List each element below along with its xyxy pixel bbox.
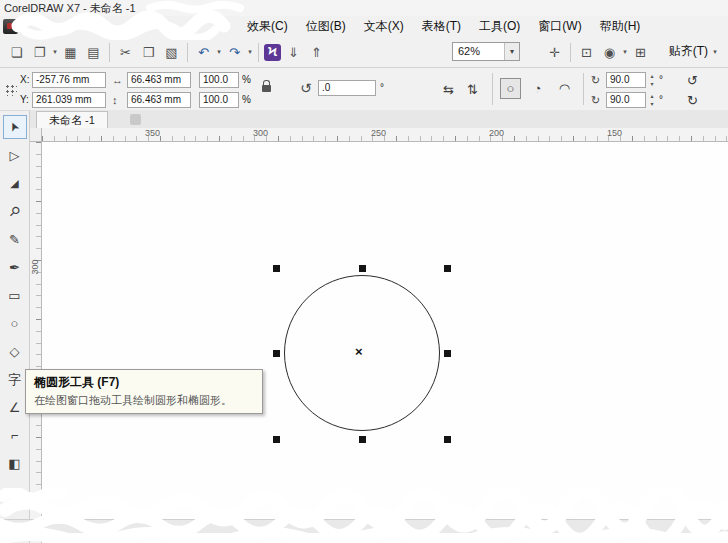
page-border-view-icon[interactable]: ⊡ (576, 42, 597, 63)
zoom-level-value: 62% (453, 43, 504, 60)
export-icon[interactable]: ⇑ (306, 42, 327, 63)
arc-end-angle-field[interactable]: 90.0 (606, 92, 646, 108)
separator (583, 73, 584, 105)
import-icon[interactable]: ⇓ (283, 42, 304, 63)
new-document-icon[interactable]: ❏ (6, 42, 27, 63)
object-width-field[interactable]: 66.463 mm (127, 72, 191, 88)
menu-table[interactable]: 表格(T) (413, 18, 470, 35)
menu-help[interactable]: 帮助(H) (591, 18, 650, 35)
crop-tool-icon: ◢ (10, 178, 18, 189)
separator (492, 73, 493, 105)
crop-tool[interactable]: ◢ (3, 171, 27, 195)
object-height-icon: ↕ (112, 94, 118, 106)
tooltip: 椭圆形工具 (F7) 在绘图窗口拖动工具绘制圆形和椭圆形。 (25, 369, 263, 414)
selection-handle[interactable] (359, 436, 366, 443)
snap-to-label: 贴齐(T) (669, 43, 708, 60)
toolbar-separator (187, 43, 188, 62)
undo-icon[interactable]: ↶ (193, 42, 214, 63)
save-icon[interactable]: ▦ (60, 42, 81, 63)
ruler-label: 150 (607, 128, 622, 138)
cut-icon[interactable]: ✂ (115, 42, 136, 63)
mirror-horizontal-button[interactable]: ⇆ (438, 79, 459, 100)
spinner[interactable]: ▴▾ (647, 92, 657, 108)
y-position-field[interactable]: 261.039 mm (32, 92, 106, 108)
ellipse-tool[interactable]: ○ (3, 311, 27, 335)
snap-to-button[interactable]: 贴齐(T) ▾ (663, 42, 725, 61)
ruler-ticks (36, 142, 41, 543)
redo-icon[interactable]: ↷ (224, 42, 245, 63)
mirror-vertical-button[interactable]: ⇅ (462, 79, 483, 100)
pie-mode-button[interactable]: ◔ (527, 78, 548, 99)
spinner[interactable]: ▴▾ (647, 72, 657, 88)
menu-bar: 效果(C)位图(B)文本(X)表格(T)工具(O)窗口(W)帮助(H) (0, 16, 728, 38)
lock-ratio-icon[interactable] (262, 85, 271, 92)
freehand-tool-icon: ✎ (9, 233, 20, 246)
zoom-level-combo[interactable]: 62% ▾ (452, 42, 520, 61)
document-tab-label: 未命名 -1 (49, 113, 95, 128)
interactive-fill-tool[interactable]: ◧ (3, 451, 27, 475)
nudge-grid-icon[interactable] (4, 83, 17, 96)
rotation-angle-field[interactable]: .0 (318, 80, 376, 96)
connector-tool-icon: ⌐ (11, 429, 19, 442)
chevron-down-icon[interactable]: ▾ (504, 43, 519, 60)
tooltip-description: 在绘图窗口拖动工具绘制圆形和椭圆形。 (34, 393, 254, 408)
undo-dropdown-icon[interactable]: ▾ (215, 48, 223, 56)
zoom-to-page-icon[interactable]: ✛ (544, 42, 565, 63)
toolbar-separator (258, 43, 259, 62)
arc-mode-button[interactable]: ◠ (554, 78, 575, 99)
shape-tool[interactable]: ▷ (3, 143, 27, 167)
connector-tool[interactable]: ⌐ (3, 423, 27, 447)
print-icon[interactable]: ▤ (83, 42, 104, 63)
object-height-field[interactable]: 66.463 mm (127, 92, 191, 108)
selection-handle[interactable] (444, 436, 451, 443)
scale-y-field[interactable]: 100.0 (199, 92, 239, 108)
ellipse-mode-button[interactable]: ○ (500, 78, 521, 99)
selection-handle[interactable] (273, 265, 280, 272)
menu-text[interactable]: 文本(X) (355, 18, 413, 35)
app-icon[interactable] (3, 19, 18, 34)
selection-handle[interactable] (359, 265, 366, 272)
dimension-tool[interactable]: ∠ (3, 395, 27, 419)
corel-connect-icon[interactable]: Ϟ (264, 44, 281, 61)
zoom-tool[interactable]: ⚲ (3, 199, 27, 223)
x-position-field[interactable]: -257.76 mm (32, 72, 106, 88)
ellipse-tool-icon: ○ (11, 317, 19, 330)
shape-tool-icon: ▷ (10, 149, 20, 162)
full-screen-preview-icon[interactable]: ⊞ (630, 42, 651, 63)
ruler-origin[interactable] (30, 128, 42, 142)
horizontal-ruler[interactable]: 350300250200150 (42, 128, 728, 142)
selection-handle[interactable] (273, 350, 280, 357)
selection-handle[interactable] (444, 350, 451, 357)
ruler-label: 300 (30, 257, 40, 277)
selection-handle[interactable] (444, 265, 451, 272)
arc-start-angle-field[interactable]: 90.0 (606, 72, 646, 88)
zoom-tool-icon: ⚲ (7, 203, 23, 219)
scale-x-field[interactable]: 100.0 (199, 72, 239, 88)
menu-effects[interactable]: 效果(C) (238, 18, 297, 35)
selection-handle[interactable] (273, 436, 280, 443)
artistic-media-tool[interactable]: ✒ (3, 255, 27, 279)
document-tab[interactable]: 未命名 -1 (36, 111, 108, 128)
rectangle-tool[interactable]: ▭ (3, 283, 27, 307)
paste-icon[interactable]: ▧ (161, 42, 182, 63)
object-width-icon: ↔ (112, 74, 123, 86)
preview-mode-icon[interactable]: ◉ (599, 42, 620, 63)
polygon-tool[interactable]: ◇ (3, 339, 27, 363)
degree-sign: ° (380, 82, 384, 93)
open-dropdown-icon[interactable]: ▾ (51, 48, 59, 56)
text-tool[interactable]: 字 (3, 367, 27, 391)
redo-dropdown-icon[interactable]: ▾ (246, 48, 254, 56)
pick-tool[interactable]: ➤ (3, 115, 27, 139)
menu-window[interactable]: 窗口(W) (529, 18, 590, 35)
copy-icon[interactable]: ❒ (138, 42, 159, 63)
open-icon[interactable]: ❐ (29, 42, 50, 63)
preview-dropdown-icon[interactable]: ▾ (621, 48, 629, 56)
canvas[interactable]: × (42, 142, 728, 543)
menu-tools[interactable]: 工具(O) (470, 18, 529, 35)
change-direction-button[interactable]: ↻ (682, 90, 703, 111)
toolbar-separator (109, 43, 110, 62)
freehand-tool[interactable]: ✎ (3, 227, 27, 251)
menu-bitmaps[interactable]: 位图(B) (297, 18, 355, 35)
vertical-ruler[interactable]: 300250200 (30, 142, 42, 543)
change-direction-button[interactable]: ↺ (682, 70, 703, 91)
